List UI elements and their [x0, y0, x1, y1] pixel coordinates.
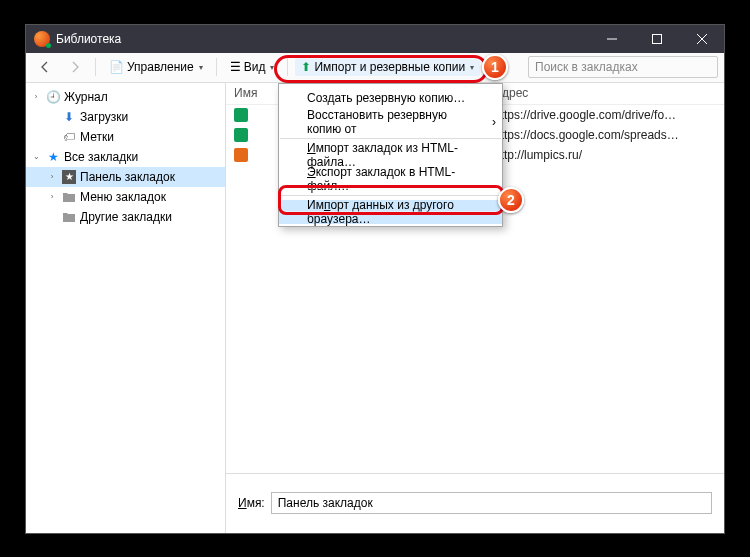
menu-item-3[interactable]: Импорт закладок из HTML-файла… — [279, 143, 502, 167]
forward-button[interactable] — [62, 58, 88, 76]
svg-rect-1 — [652, 34, 661, 43]
column-header-address[interactable]: Адрес — [486, 83, 724, 104]
menu-item-4[interactable]: Экспорт закладок в HTML-файл… — [279, 167, 502, 191]
tree-item-icon: 🕘 — [46, 90, 60, 104]
view-menu-button[interactable]: ☰ Вид — [224, 58, 281, 76]
row-address: http://lumpics.ru/ — [486, 148, 724, 162]
favicon-icon — [234, 128, 248, 142]
favicon-icon — [234, 148, 248, 162]
tree-item-label: Загрузки — [80, 110, 128, 124]
sidebar-item-4[interactable]: ›★Панель закладок — [26, 167, 225, 187]
sidebar-item-0[interactable]: ›🕘Журнал — [26, 87, 225, 107]
organize-icon: 📄 — [109, 60, 124, 74]
menu-separator — [280, 138, 501, 139]
import-icon: ⬆ — [301, 60, 311, 74]
menu-item-label: Импорт данных из другого браузера… — [307, 198, 480, 226]
import-backup-menu: Создать резервную копию…Восстановить рез… — [278, 83, 503, 227]
sidebar-item-3[interactable]: ⌄★Все закладки — [26, 147, 225, 167]
row-address: https://docs.google.com/spreads… — [486, 128, 724, 142]
sidebar-item-6[interactable]: Другие закладки — [26, 207, 225, 227]
name-field-label: Имя: — [238, 496, 265, 510]
menu-separator — [280, 195, 501, 196]
minimize-button[interactable] — [589, 25, 634, 53]
titlebar: Библиотека — [26, 25, 724, 53]
annotation-badge-1: 1 — [482, 54, 508, 80]
annotation-badge-2: 2 — [498, 187, 524, 213]
sidebar: ›🕘Журнал⬇Загрузки🏷Метки⌄★Все закладки›★П… — [26, 83, 226, 533]
menu-item-label: Экспорт закладок в HTML-файл… — [307, 165, 480, 193]
details-pane: Имя: — [226, 473, 724, 533]
tree-item-label: Все закладки — [64, 150, 138, 164]
toolbar: 📄 Управление ☰ Вид ⬆ Импорт и резервные … — [26, 53, 724, 83]
tree-item-label: Журнал — [64, 90, 108, 104]
menu-item-label: Восстановить резервную копию от — [307, 108, 480, 136]
back-button[interactable] — [32, 58, 58, 76]
tree-expander-icon[interactable]: › — [30, 92, 42, 101]
tree-item-label: Панель закладок — [80, 170, 175, 184]
tree-item-icon — [62, 210, 76, 224]
favicon-icon — [234, 108, 248, 122]
manage-menu-button[interactable]: 📄 Управление — [103, 58, 209, 76]
tree-item-icon: ⬇ — [62, 110, 76, 124]
close-button[interactable] — [679, 25, 724, 53]
menu-item-6[interactable]: Импорт данных из другого браузера… — [279, 200, 502, 224]
tree-item-label: Меню закладок — [80, 190, 166, 204]
name-field[interactable] — [271, 492, 712, 514]
sidebar-item-1[interactable]: ⬇Загрузки — [26, 107, 225, 127]
maximize-button[interactable] — [634, 25, 679, 53]
import-backup-menu-button[interactable]: ⬆ Импорт и резервные копии — [295, 58, 480, 76]
tree-expander-icon[interactable]: › — [46, 192, 58, 201]
firefox-icon — [34, 31, 50, 47]
search-input[interactable]: Поиск в закладках — [528, 56, 718, 78]
tree-item-icon: 🏷 — [62, 130, 76, 144]
menu-item-0[interactable]: Создать резервную копию… — [279, 86, 502, 110]
row-address: https://drive.google.com/drive/fo… — [486, 108, 724, 122]
tree-item-label: Метки — [80, 130, 114, 144]
tree-item-icon — [62, 190, 76, 204]
sidebar-item-2[interactable]: 🏷Метки — [26, 127, 225, 147]
menu-item-label: Создать резервную копию… — [307, 91, 465, 105]
tree-item-icon: ★ — [46, 150, 60, 164]
window-title: Библиотека — [56, 32, 589, 46]
library-window: Библиотека 📄 Управление ☰ Вид ⬆ Импорт и… — [25, 24, 725, 534]
tree-item-icon: ★ — [62, 170, 76, 184]
tree-expander-icon[interactable]: › — [46, 172, 58, 181]
tree-item-label: Другие закладки — [80, 210, 172, 224]
tree-expander-icon[interactable]: ⌄ — [30, 152, 42, 161]
view-icon: ☰ — [230, 60, 241, 74]
sidebar-item-5[interactable]: ›Меню закладок — [26, 187, 225, 207]
menu-item-1[interactable]: Восстановить резервную копию от — [279, 110, 502, 134]
